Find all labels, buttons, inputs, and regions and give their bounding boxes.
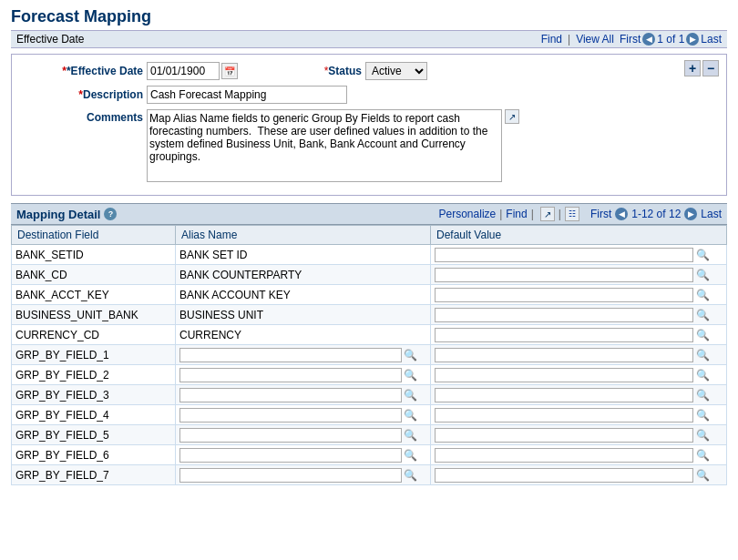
default-value-search-icon[interactable]: 🔍 [695, 268, 710, 282]
mapping-expand-icon[interactable]: ↗ [540, 207, 555, 221]
destination-field-cell: GRP_BY_FIELD_5 [12, 425, 176, 445]
default-value-search-icon[interactable]: 🔍 [695, 308, 710, 322]
default-value-search-icon[interactable]: 🔍 [695, 428, 710, 443]
personalize-link[interactable]: Personalize [439, 208, 497, 220]
alias-search-icon[interactable]: 🔍 [404, 448, 418, 463]
default-value-cell[interactable]: 🔍 [431, 305, 727, 325]
default-value-input[interactable] [435, 468, 693, 483]
effective-date-row: **Effective Date 📅 *Status Active Inacti… [19, 62, 719, 80]
comments-label: Comments [19, 109, 147, 124]
alias-name-cell: BANK ACCOUNT KEY [176, 285, 431, 305]
default-value-cell[interactable]: 🔍 [431, 385, 727, 405]
alias-search-icon[interactable]: 🔍 [404, 408, 418, 423]
status-select[interactable]: Active Inactive [365, 62, 427, 80]
mapping-table: Destination Field Alias Name Default Val… [11, 225, 727, 485]
remove-row-button[interactable]: − [702, 60, 719, 76]
expand-comments-icon[interactable]: ↗ [505, 109, 519, 124]
destination-field-cell: GRP_BY_FIELD_7 [12, 465, 176, 485]
alias-name-cell[interactable]: 🔍 [176, 425, 431, 445]
alias-name-cell[interactable]: 🔍 [176, 365, 431, 385]
add-row-button[interactable]: + [684, 60, 701, 76]
alias-name-input[interactable] [179, 448, 402, 463]
next-page-button[interactable]: ▶ [686, 33, 699, 46]
help-icon[interactable]: ? [104, 208, 117, 220]
default-value-input[interactable] [435, 368, 693, 382]
find-link[interactable]: Find [541, 33, 562, 46]
table-row: BANK_SETIDBANK SET ID🔍 [12, 245, 727, 265]
default-value-cell[interactable]: 🔍 [431, 405, 727, 425]
alias-name-cell[interactable]: 🔍 [176, 405, 431, 425]
default-value-input[interactable] [435, 248, 693, 262]
default-value-search-icon[interactable]: 🔍 [695, 468, 710, 483]
pagination: First ◀ 1 of 1 ▶ Last [620, 33, 722, 46]
alias-name-cell: BANK SET ID [176, 245, 431, 265]
calendar-button[interactable]: 📅 [221, 63, 238, 79]
col-default-value: Default Value [431, 226, 727, 245]
alias-name-input[interactable] [179, 408, 402, 423]
default-value-cell[interactable]: 🔍 [431, 425, 727, 445]
default-value-input[interactable] [435, 308, 693, 322]
alias-name-input[interactable] [179, 348, 402, 362]
table-row: GRP_BY_FIELD_3🔍🔍 [12, 385, 727, 405]
page-title: Forecast Mapping [11, 7, 727, 26]
grid-view-icon[interactable]: ☷ [565, 207, 579, 221]
default-value-search-icon[interactable]: 🔍 [695, 328, 710, 342]
default-value-input[interactable] [435, 348, 693, 362]
table-row: BANK_CDBANK COUNTERPARTY🔍 [12, 265, 727, 285]
table-header-row: Destination Field Alias Name Default Val… [12, 226, 727, 245]
default-value-input[interactable] [435, 288, 693, 302]
destination-field-cell: GRP_BY_FIELD_3 [12, 385, 176, 405]
alias-name-input[interactable] [179, 468, 402, 483]
destination-field-cell: GRP_BY_FIELD_1 [12, 345, 176, 365]
alias-name-input[interactable] [179, 388, 402, 402]
default-value-search-icon[interactable]: 🔍 [695, 448, 710, 463]
page-info: 1 of 1 [657, 33, 684, 46]
view-all-link[interactable]: View All [576, 33, 614, 46]
default-value-search-icon[interactable]: 🔍 [695, 248, 710, 262]
default-value-cell[interactable]: 🔍 [431, 465, 727, 485]
alias-name-cell[interactable]: 🔍 [176, 385, 431, 405]
alias-name-cell[interactable]: 🔍 [176, 445, 431, 465]
alias-search-icon[interactable]: 🔍 [404, 348, 418, 362]
table-row: CURRENCY_CDCURRENCY🔍 [12, 325, 727, 345]
default-value-search-icon[interactable]: 🔍 [695, 368, 710, 382]
destination-field-cell: GRP_BY_FIELD_4 [12, 405, 176, 425]
alias-name-cell[interactable]: 🔍 [176, 345, 431, 365]
default-value-cell[interactable]: 🔍 [431, 265, 727, 285]
alias-name-input[interactable] [179, 368, 402, 382]
effective-date-input[interactable] [147, 62, 220, 80]
alias-search-icon[interactable]: 🔍 [404, 368, 418, 382]
mapping-next-button[interactable]: ▶ [684, 208, 697, 220]
default-value-cell[interactable]: 🔍 [431, 345, 727, 365]
alias-search-icon[interactable]: 🔍 [404, 428, 418, 443]
alias-name-cell[interactable]: 🔍 [176, 465, 431, 485]
comments-textarea[interactable]: Map Alias Name fields to generic Group B… [147, 109, 502, 182]
default-value-input[interactable] [435, 408, 693, 423]
default-value-search-icon[interactable]: 🔍 [695, 388, 710, 402]
alias-search-icon[interactable]: 🔍 [404, 468, 418, 483]
default-value-cell[interactable]: 🔍 [431, 365, 727, 385]
mapping-prev-button[interactable]: ◀ [615, 208, 628, 220]
alias-search-icon[interactable]: 🔍 [404, 388, 418, 402]
default-value-search-icon[interactable]: 🔍 [695, 288, 710, 302]
default-value-search-icon[interactable]: 🔍 [695, 408, 710, 423]
default-value-cell[interactable]: 🔍 [431, 325, 727, 345]
mapping-page-info: 1-12 of 12 [631, 208, 681, 220]
default-value-input[interactable] [435, 388, 693, 402]
prev-page-button[interactable]: ◀ [642, 33, 655, 46]
description-input[interactable] [147, 86, 347, 104]
effective-date-label: **Effective Date [19, 65, 147, 77]
description-row: *Description [19, 86, 719, 104]
mapping-detail-title: Mapping Detail [16, 208, 100, 221]
default-value-input[interactable] [435, 428, 693, 443]
default-value-cell[interactable]: 🔍 [431, 285, 727, 305]
default-value-input[interactable] [435, 268, 693, 282]
alias-name-input[interactable] [179, 428, 402, 443]
table-row: GRP_BY_FIELD_7🔍🔍 [12, 465, 727, 485]
default-value-search-icon[interactable]: 🔍 [695, 348, 710, 362]
default-value-cell[interactable]: 🔍 [431, 245, 727, 265]
default-value-cell[interactable]: 🔍 [431, 445, 727, 465]
mapping-find-link[interactable]: Find [506, 208, 527, 220]
default-value-input[interactable] [435, 448, 693, 463]
default-value-input[interactable] [435, 328, 693, 342]
